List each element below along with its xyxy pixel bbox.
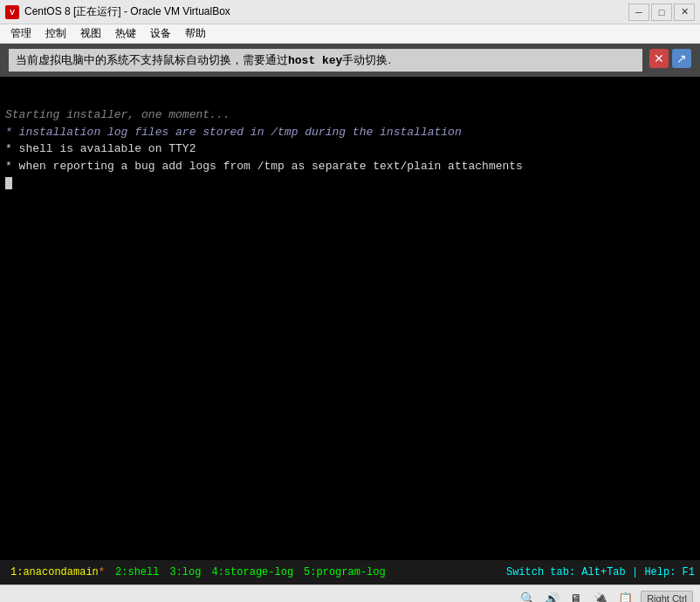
menu-control[interactable]: 控制: [38, 24, 73, 43]
terminal-cursor: [5, 177, 12, 189]
terminal-tabs: 1:anacondamain* 2:shell 3:log 4:storage-…: [5, 566, 506, 578]
vm-viewport[interactable]: Starting installer, one moment...* insta…: [0, 44, 700, 585]
menu-device[interactable]: 设备: [143, 24, 178, 43]
notification-info-button[interactable]: ↗: [672, 49, 691, 68]
window-title: CentOS 8 [正在运行] - Oracle VM VirtualBox: [24, 4, 628, 19]
notification-banner: 当前虚拟电脑中的系统不支持鼠标自动切换，需要通过host key手动切换. ✕ …: [0, 44, 700, 77]
tray-icon-search[interactable]: 🔍: [518, 590, 536, 603]
menu-view[interactable]: 视图: [73, 24, 108, 43]
notification-text: 当前虚拟电脑中的系统不支持鼠标自动切换，需要通过host key手动切换.: [9, 49, 642, 72]
maximize-button[interactable]: □: [651, 3, 672, 21]
app-icon: V: [5, 5, 19, 19]
menu-manage[interactable]: 管理: [3, 24, 38, 43]
status-tab-1[interactable]: 2:shell: [110, 566, 164, 578]
terminal-line-0: Starting installer, one moment...: [5, 106, 695, 124]
tray-icon-sound[interactable]: 🔊: [543, 590, 560, 603]
terminal-line-1: * installation log files are stored in /…: [5, 124, 695, 141]
system-tray: 🔍 🔊 🖥 🔌 📋 Right Ctrl: [0, 585, 700, 602]
minimize-button[interactable]: ─: [628, 3, 649, 21]
menu-bar: 管理 控制 视图 热键 设备 帮助: [0, 24, 700, 44]
vm-status-bar: 1:anacondamain* 2:shell 3:log 4:storage-…: [0, 560, 700, 585]
title-bar: V CentOS 8 [正在运行] - Oracle VM VirtualBox…: [0, 0, 700, 24]
notification-prefix: 当前虚拟电脑中的系统不支持鼠标自动切换，需要通过: [16, 53, 288, 66]
terminal-cursor-line: [5, 174, 695, 192]
status-tab-4[interactable]: 5:program-log: [299, 566, 391, 578]
status-help-text: Switch tab: Alt+Tab | Help: F1: [506, 566, 695, 578]
status-tab-2[interactable]: 3:log: [164, 566, 206, 578]
terminal-line-2: * shell is available on TTY2: [5, 140, 695, 158]
notification-controls: ✕ ↗: [649, 49, 691, 68]
tray-icon-display[interactable]: 🖥: [567, 590, 585, 603]
close-button[interactable]: ✕: [674, 3, 695, 21]
menu-hotkey[interactable]: 热键: [108, 24, 143, 43]
tray-icon-clipboard[interactable]: 📋: [616, 590, 634, 603]
menu-help[interactable]: 帮助: [178, 24, 213, 43]
tray-icon-usb[interactable]: 🔌: [592, 590, 609, 603]
status-tab-3[interactable]: 4:storage-log: [206, 566, 299, 578]
terminal-line-3: * when reporting a bug add logs from /tm…: [5, 158, 695, 175]
window-controls: ─ □ ✕: [628, 3, 695, 21]
right-ctrl-label: Right Ctrl: [641, 591, 693, 603]
notification-close-button[interactable]: ✕: [649, 49, 669, 68]
notification-suffix: 手动切换.: [342, 53, 391, 66]
status-tab-0[interactable]: 1:anacondamain*: [5, 566, 110, 578]
host-key-text: host key: [288, 54, 342, 67]
terminal-content: Starting installer, one moment...* insta…: [0, 44, 700, 560]
